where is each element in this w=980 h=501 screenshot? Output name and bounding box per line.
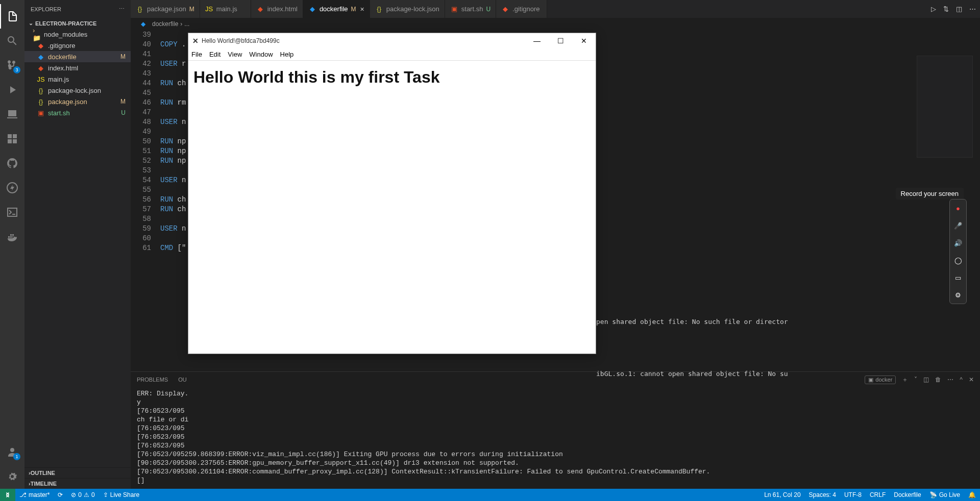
chevron-down-icon: ⌄ xyxy=(29,20,33,27)
json-icon: {} xyxy=(37,86,45,94)
tab-package-lock-json[interactable]: {}package-lock.json xyxy=(370,0,445,18)
sidebar-more-icon[interactable]: ⋯ xyxy=(119,6,125,12)
run-icon[interactable]: ▷ xyxy=(931,5,936,13)
eol[interactable]: CRLF xyxy=(866,491,890,498)
electron-app-window: ✕ Hello World!@bfdca7bd499c — ☐ ✕ File E… xyxy=(188,33,596,354)
docker-icon: ◆ xyxy=(37,53,45,61)
recorder-settings-icon[interactable]: ⚙ xyxy=(952,289,964,300)
sidebar-title: EXPLORER xyxy=(31,6,61,12)
docker-activity-icon[interactable] xyxy=(0,224,24,249)
menu-file[interactable]: File xyxy=(191,51,202,58)
app-heading: Hello World this is my first Task xyxy=(193,68,591,87)
tab-bar: {}package.jsonMJSmain.js◆index.html◆dock… xyxy=(131,0,980,18)
settings-gear-icon[interactable] xyxy=(0,464,24,489)
branch-indicator[interactable]: ⎇ master* xyxy=(15,489,54,501)
tab-main-js[interactable]: JSmain.js xyxy=(200,0,251,18)
minimize-button[interactable]: — xyxy=(525,33,549,48)
json-icon: {} xyxy=(375,5,383,13)
github-icon[interactable] xyxy=(0,151,24,176)
tab-index-html[interactable]: ◆index.html xyxy=(251,0,303,18)
live-share-button[interactable]: ⇪ Live Share xyxy=(99,489,143,501)
close-button[interactable]: ✕ xyxy=(572,33,596,48)
encoding[interactable]: UTF-8 xyxy=(840,491,866,498)
tab-package-json[interactable]: {}package.jsonM xyxy=(131,0,200,18)
accounts-badge: 1 xyxy=(13,453,20,460)
file-item-node_modules[interactable]: › 📁node_modules xyxy=(24,29,131,40)
tab-dockerfile[interactable]: ◆dockerfileM× xyxy=(303,0,370,18)
file-item-start-sh[interactable]: ▣start.shU xyxy=(24,107,131,118)
folder-icon: › 📁 xyxy=(33,30,41,38)
menu-edit[interactable]: Edit xyxy=(209,51,220,58)
language-mode[interactable]: Dockerfile xyxy=(890,491,925,498)
file-item-package-lock-json[interactable]: {}package-lock.json xyxy=(24,85,131,96)
more-icon[interactable]: ⋯ xyxy=(969,5,976,13)
tab--gitignore[interactable]: ◆.gitignore xyxy=(496,0,547,18)
webcam-icon[interactable]: ◯ xyxy=(952,255,964,266)
sh-icon: ▣ xyxy=(37,109,45,117)
terminal-selector[interactable]: ▣ docker xyxy=(865,375,896,384)
screen-icon[interactable]: ▭ xyxy=(952,272,964,283)
file-item-main-js[interactable]: JSmain.js xyxy=(24,73,131,85)
kill-terminal-icon[interactable]: 🗑 xyxy=(935,376,941,383)
sidebar: EXPLORER ⋯ ⌄ ELECTRON-PRACTICE › 📁node_m… xyxy=(24,0,131,489)
breadcrumb[interactable]: ◆ dockerfile › ... xyxy=(131,18,980,30)
problems-indicator[interactable]: ⊘0 ⚠0 xyxy=(67,489,99,501)
explorer-icon[interactable] xyxy=(0,4,24,29)
microphone-icon[interactable]: 🎤 xyxy=(952,220,964,231)
close-panel-icon[interactable]: ✕ xyxy=(969,376,974,383)
file-item-dockerfile[interactable]: ◆dockerfileM xyxy=(24,51,131,62)
diff-icon[interactable]: ⇅ xyxy=(943,5,949,13)
outline-section[interactable]: › OUTLINE xyxy=(24,467,131,478)
tab-start-sh[interactable]: ▣start.shU xyxy=(445,0,496,18)
maximize-panel-icon[interactable]: ^ xyxy=(960,376,963,383)
file-item-package-json[interactable]: {}package.jsonM xyxy=(24,96,131,107)
source-control-icon[interactable]: 3 xyxy=(0,53,24,78)
js-icon: JS xyxy=(37,75,45,83)
panel-more-icon[interactable]: ⋯ xyxy=(947,376,953,383)
terminal-fragment: pen shared object file: No such file or … xyxy=(596,300,788,387)
remote-explorer-icon[interactable] xyxy=(0,102,24,127)
accounts-icon[interactable]: 1 xyxy=(0,440,24,464)
split-terminal-icon[interactable]: ◫ xyxy=(923,376,929,383)
timeline-section[interactable]: › TIMELINE xyxy=(24,478,131,489)
git-icon: ◆ xyxy=(37,41,45,49)
app-title: Hello World!@bfdca7bd499c xyxy=(202,37,280,44)
record-button[interactable]: ● xyxy=(952,203,964,214)
menu-view[interactable]: View xyxy=(228,51,242,58)
search-icon[interactable] xyxy=(0,29,24,53)
terminal-activity-icon[interactable] xyxy=(0,200,24,224)
maximize-button[interactable]: ☐ xyxy=(549,33,572,48)
sync-button[interactable]: ⟳ xyxy=(54,489,67,501)
extensions-icon[interactable] xyxy=(0,127,24,151)
indentation[interactable]: Spaces: 4 xyxy=(805,491,840,498)
panel-tab-output[interactable]: OU xyxy=(178,377,187,383)
tab-actions: ▷ ⇅ ◫ ⋯ xyxy=(927,0,980,18)
panel-tab-problems[interactable]: PROBLEMS xyxy=(137,377,168,383)
docker-icon: ◆ xyxy=(139,20,147,28)
terminal-prompt-icon: ▣ xyxy=(868,377,873,383)
cursor-position[interactable]: Ln 61, Col 20 xyxy=(760,491,804,498)
file-item-index-html[interactable]: ◆index.html xyxy=(24,62,131,73)
project-section[interactable]: ⌄ ELECTRON-PRACTICE xyxy=(24,18,131,29)
minimap[interactable] xyxy=(917,56,973,158)
split-editor-icon[interactable]: ◫ xyxy=(956,5,962,13)
file-item--gitignore[interactable]: ◆.gitignore xyxy=(24,40,131,51)
run-debug-icon[interactable] xyxy=(0,78,24,102)
app-menubar: File Edit View Window Help xyxy=(188,48,596,61)
new-terminal-icon[interactable]: ＋ xyxy=(902,375,908,384)
bottom-panel: PROBLEMS OU ▣ docker ＋ ˅ ◫ 🗑 ⋯ ^ ✕ ERR: … xyxy=(131,371,980,489)
thunder-icon[interactable] xyxy=(0,176,24,200)
terminal-split-chevron-icon[interactable]: ˅ xyxy=(914,376,917,383)
line-gutter: 3940414243444546474849505152535455565758… xyxy=(131,30,160,371)
sidebar-header: EXPLORER ⋯ xyxy=(24,0,131,18)
menu-help[interactable]: Help xyxy=(280,51,294,58)
go-live-button[interactable]: 📡 Go Live xyxy=(925,491,964,498)
terminal-output[interactable]: ERR: Display. y [76:0523/095 ch file or … xyxy=(131,387,980,489)
close-tab-icon[interactable]: × xyxy=(360,5,364,13)
notifications-icon[interactable]: 🔔 xyxy=(964,491,980,498)
menu-window[interactable]: Window xyxy=(249,51,273,58)
remote-indicator[interactable] xyxy=(0,489,15,501)
app-titlebar[interactable]: ✕ Hello World!@bfdca7bd499c — ☐ ✕ xyxy=(188,33,596,48)
speaker-icon[interactable]: 🔊 xyxy=(952,237,964,248)
app-icon: ✕ xyxy=(192,37,199,45)
